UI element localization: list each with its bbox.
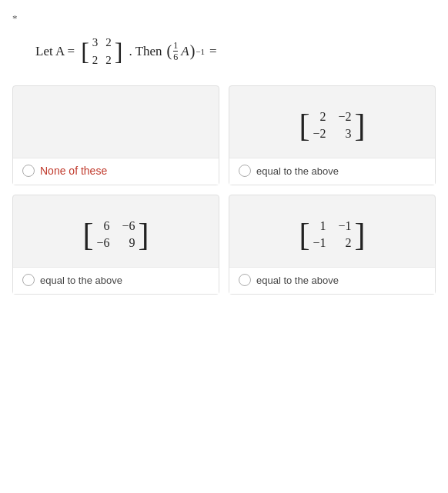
b-r1c1: 2 bbox=[313, 110, 326, 124]
question-header: Let A = [ 3 2 2 2 ] . Then ( 1 6 A ) −1 … bbox=[35, 32, 436, 70]
then-text: . Then bbox=[129, 44, 162, 59]
answer-label-b: equal to the above bbox=[229, 158, 435, 185]
matrix-b: [ 2 −2 −2 3 ] bbox=[299, 108, 365, 142]
b-r2c1: −2 bbox=[313, 127, 326, 141]
answer-label-a: None of these bbox=[13, 158, 219, 185]
c-r1c1: 6 bbox=[96, 219, 109, 233]
d-r2c2: 2 bbox=[339, 236, 352, 250]
exponent: −1 bbox=[196, 47, 205, 56]
expression: ( 1 6 A ) −1 bbox=[167, 41, 205, 62]
c-r2c2: 9 bbox=[122, 236, 135, 250]
let-a-text: Let A = bbox=[35, 44, 75, 59]
answer-content-c: [ 6 −6 −6 9 ] bbox=[13, 195, 219, 267]
fraction-den: 6 bbox=[173, 52, 178, 62]
answer-cell-c: [ 6 −6 −6 9 ] equal to the above bbox=[12, 195, 219, 295]
b-r1c2: −2 bbox=[339, 110, 352, 124]
radio-d[interactable] bbox=[239, 274, 251, 286]
bracket-r-b: ] bbox=[355, 109, 366, 142]
answer-cell-d: [ 1 −1 −1 2 ] equal to the above bbox=[229, 195, 436, 295]
a-r1c2: 2 bbox=[105, 34, 112, 52]
bracket-l-b: [ bbox=[299, 109, 309, 142]
a-variable: A bbox=[181, 44, 189, 59]
answer-grid: None of these [ 2 −2 −2 3 ] equal to the… bbox=[12, 85, 436, 295]
label-text-b: equal to the above bbox=[256, 165, 339, 177]
answer-label-d: equal to the above bbox=[229, 267, 435, 294]
label-text-c: equal to the above bbox=[40, 275, 122, 286]
d-r2c1: −1 bbox=[313, 236, 326, 250]
a-r1c1: 3 bbox=[92, 34, 99, 52]
a-r2c1: 2 bbox=[92, 52, 99, 69]
fraction-16: 1 6 bbox=[173, 41, 178, 62]
c-r1c2: −6 bbox=[122, 219, 135, 233]
answer-content-d: [ 1 −1 −1 2 ] bbox=[229, 195, 435, 267]
equals-sign: = bbox=[209, 44, 217, 59]
fraction-num: 1 bbox=[173, 41, 178, 52]
label-text-d: equal to the above bbox=[256, 275, 339, 286]
radio-b[interactable] bbox=[239, 165, 251, 177]
radio-a[interactable] bbox=[22, 165, 35, 177]
d-r1c1: 1 bbox=[313, 219, 326, 233]
matrix-c: [ 6 −6 −6 9 ] bbox=[82, 218, 149, 251]
answer-content-b: [ 2 −2 −2 3 ] bbox=[229, 86, 435, 158]
cells-c: 6 −6 −6 9 bbox=[93, 218, 138, 251]
cells-b: 2 −2 −2 3 bbox=[309, 108, 354, 142]
answer-cell-a: None of these bbox=[12, 85, 219, 185]
matrix-d: [ 1 −1 −1 2 ] bbox=[299, 218, 365, 251]
none-of-these-text: None of these bbox=[40, 165, 107, 177]
bracket-left-a: [ bbox=[81, 39, 89, 64]
matrix-a: [ 3 2 2 2 ] bbox=[81, 32, 122, 70]
radio-c[interactable] bbox=[22, 274, 35, 286]
answer-content-a bbox=[13, 86, 219, 158]
cells-d: 1 −1 −1 2 bbox=[309, 218, 354, 251]
bracket-r-d: ] bbox=[355, 218, 366, 251]
asterisk: * bbox=[12, 12, 436, 25]
bracket-l-c: [ bbox=[82, 218, 93, 251]
d-r1c2: −1 bbox=[339, 219, 352, 233]
a-r2c2: 2 bbox=[105, 52, 112, 69]
answer-label-c: equal to the above bbox=[13, 267, 219, 294]
bracket-r-c: ] bbox=[139, 218, 149, 251]
c-r2c1: −6 bbox=[96, 236, 109, 250]
paren-left: ( bbox=[167, 42, 172, 60]
bracket-l-d: [ bbox=[299, 218, 309, 251]
matrix-a-cells: 3 2 2 2 bbox=[89, 32, 115, 70]
b-r2c2: 3 bbox=[339, 127, 352, 141]
answer-cell-b: [ 2 −2 −2 3 ] equal to the above bbox=[229, 85, 436, 185]
paren-right: ) bbox=[190, 42, 196, 60]
bracket-right-a: ] bbox=[115, 39, 123, 64]
